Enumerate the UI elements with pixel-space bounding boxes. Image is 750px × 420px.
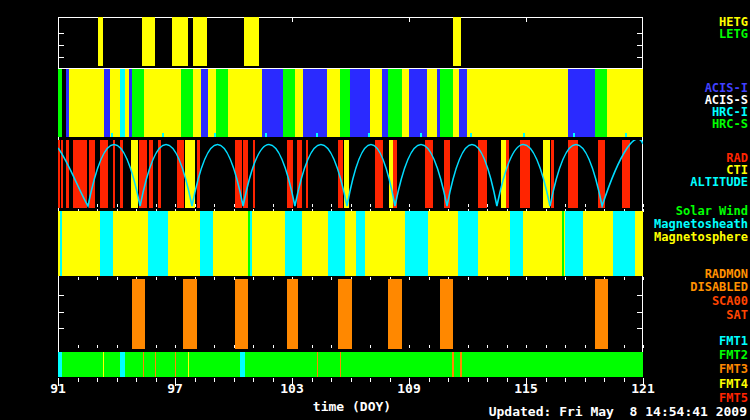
segment-hrc-s: [58, 69, 62, 137]
segment-acis-i: [437, 69, 440, 137]
band-instruments: [58, 69, 643, 137]
segment-magnetosheath: [458, 211, 478, 276]
segment-fmt1: [58, 352, 62, 377]
x-tick-label: 121: [631, 381, 654, 396]
segment-magnetosheath: [200, 211, 213, 276]
altitude-curve: [58, 140, 643, 208]
segment-magnetosheath: [148, 211, 168, 276]
segment-acis-i: [201, 69, 208, 137]
tick-mark: [331, 378, 332, 382]
segment-fmt3: [452, 352, 454, 377]
segment-fmt3: [460, 352, 462, 377]
segment-hetg: [193, 17, 207, 66]
tick-mark: [643, 277, 644, 280]
segment-magnetosheath: [328, 211, 345, 276]
segment-hrc-s: [440, 69, 453, 137]
segment-hrc-i: [120, 69, 125, 137]
row-label-fmt1: FMT1: [719, 335, 748, 348]
tick-mark: [234, 378, 235, 382]
segment-hrc-i: [573, 133, 575, 137]
segment-magnetosheath: [250, 211, 252, 276]
tick-mark: [468, 378, 469, 382]
segment-fmt3: [175, 352, 176, 377]
separator-line: [58, 68, 643, 69]
tick-mark: [585, 378, 586, 382]
tick-mark: [487, 378, 488, 382]
segment-acis-i: [104, 69, 110, 137]
row-label-disabled: DISABLED: [690, 281, 748, 294]
tick-mark: [253, 378, 254, 382]
segment-hrc-i: [523, 133, 525, 137]
segment-hrc-s: [132, 69, 144, 137]
segment-magnetosheath: [565, 211, 583, 276]
tick-mark: [643, 204, 644, 207]
segment-radmon-disabled: [595, 279, 608, 349]
tick-mark: [156, 378, 157, 382]
x-tick-label: 97: [167, 381, 183, 396]
x-axis-title: time (DOY): [313, 399, 391, 414]
segment-radmon-disabled: [235, 279, 248, 349]
segment-hetg: [142, 17, 155, 66]
segment-hrc-i: [111, 133, 113, 137]
segment-hrc-s: [181, 69, 193, 137]
x-tick-label: 109: [397, 381, 420, 396]
x-tick-label: 103: [280, 381, 303, 396]
row-label-fmt2: FMT2: [719, 349, 748, 362]
segment-acis-i: [382, 69, 388, 137]
segment-solar-wind: [562, 211, 564, 276]
tick-mark: [643, 345, 644, 348]
segment-fmt3: [155, 352, 156, 377]
segment-hetg: [98, 17, 103, 66]
tick-mark: [117, 378, 118, 382]
row-label-altitude: ALTITUDE: [690, 176, 748, 189]
segment-hrc-i: [316, 133, 318, 137]
segment-hrc-s: [283, 69, 295, 137]
tick-mark: [565, 378, 566, 382]
segment-acis-i: [568, 69, 595, 137]
segment-magnetosheath: [60, 211, 62, 276]
tick-mark: [351, 378, 352, 382]
tick-mark: [136, 378, 137, 382]
segment-magnetosheath: [285, 211, 302, 276]
tick-mark: [546, 378, 547, 382]
segment-hrc-i: [368, 133, 370, 137]
segment-radmon-disabled: [132, 279, 145, 349]
segment-hrc-i: [162, 133, 164, 137]
row-label-sca00: SCA00: [712, 295, 748, 308]
segment-hrc-s: [388, 69, 402, 137]
band-crm-region: [58, 211, 643, 276]
tick-mark: [312, 378, 313, 382]
x-tick-label: 115: [514, 381, 537, 396]
segment-magnetosheath: [613, 211, 635, 276]
segment-fmt3: [143, 352, 144, 377]
segment-acis-i: [459, 69, 467, 137]
x-tick-label: 91: [50, 381, 66, 396]
tick-mark: [507, 378, 508, 382]
segment-hrc-s: [595, 69, 607, 137]
tick-mark: [448, 378, 449, 382]
tick-mark: [643, 209, 644, 212]
segment-hrc-i: [420, 133, 422, 137]
tick-mark: [214, 378, 215, 382]
tick-mark: [390, 378, 391, 382]
segment-fmt1: [120, 352, 125, 377]
segment-acis-i: [66, 69, 69, 137]
segment-acis-i: [409, 69, 427, 137]
tick-mark: [429, 378, 430, 382]
segment-acis-i: [303, 69, 327, 137]
updated-timestamp: Updated: Fri May 8 14:54:41 2009: [489, 404, 747, 419]
segment-fmt4: [103, 352, 104, 377]
band-radmon: [58, 279, 643, 349]
band-radiation-altitude: [58, 140, 643, 208]
segment-solar-wind: [248, 211, 250, 276]
band-telemetry-format: [58, 352, 643, 377]
tick-mark: [97, 378, 98, 382]
segment-acis-i: [262, 69, 283, 137]
tick-mark: [78, 378, 79, 382]
segment-magnetosheath: [356, 211, 365, 276]
segment-hrc-i: [214, 133, 216, 137]
segment-hetg: [453, 17, 461, 66]
segment-magnetosheath: [510, 211, 523, 276]
segment-fmt3: [340, 352, 341, 377]
segment-fmt4: [188, 352, 189, 377]
